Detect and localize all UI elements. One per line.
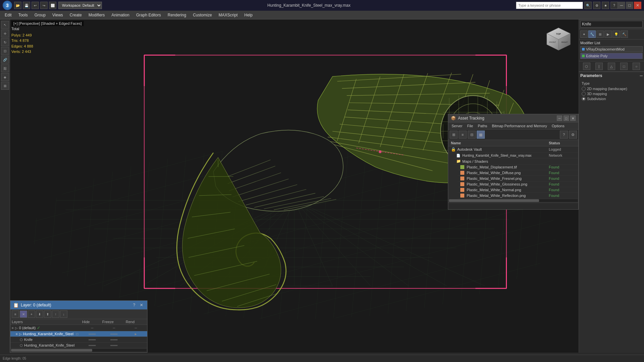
redo-button[interactable]: ↪ xyxy=(40,2,48,9)
move-tool[interactable]: ✛ xyxy=(1,29,9,38)
layer-row[interactable]: ⬡ Knife ═══ ═══ xyxy=(10,337,147,343)
menu-create[interactable]: Create xyxy=(66,12,85,18)
stats-panel: Total Polys: 2 449 Tris: 4 878 Edges: 4 … xyxy=(11,26,33,55)
create-panel-icon[interactable]: ✦ xyxy=(580,30,588,38)
modifier-vray[interactable]: VRayDisplacementMod xyxy=(580,46,643,52)
display-panel-icon[interactable]: 💡 xyxy=(612,30,620,38)
col-rend: Rend xyxy=(126,320,146,324)
layers-close-button[interactable]: ✕ xyxy=(138,302,144,308)
modify-panel-icon[interactable]: 🔧 xyxy=(588,30,596,38)
menu-animation[interactable]: Animation xyxy=(108,12,133,18)
layers-icon-list[interactable]: ≡ xyxy=(12,310,19,318)
layers-scrollbar[interactable] xyxy=(11,349,147,352)
asset-menu-bitmap[interactable]: Bitmap Performance and Memory xyxy=(490,123,549,129)
maximize-button[interactable]: □ xyxy=(626,2,633,9)
help-button[interactable]: ? xyxy=(610,2,618,9)
select-tool[interactable]: ↖ xyxy=(1,21,9,29)
link-tool[interactable]: 🔗 xyxy=(1,56,9,64)
params-collapse-icon[interactable]: ─ xyxy=(640,73,643,78)
search-button[interactable]: 🔍 xyxy=(584,2,592,9)
asset-menu-options[interactable]: Options xyxy=(550,123,567,129)
search-input[interactable] xyxy=(516,2,583,9)
motion-panel-icon[interactable]: ▶ xyxy=(604,30,612,38)
undo-button[interactable]: ↩ xyxy=(32,2,39,9)
save-button[interactable]: 💾 xyxy=(23,2,30,9)
hierarchy-tool[interactable]: ⊞ xyxy=(1,82,9,90)
menu-modifiers[interactable]: Modifiers xyxy=(85,12,108,18)
panel-icon-2[interactable]: | xyxy=(595,63,603,70)
layers-icon-up[interactable]: ⬆ xyxy=(44,310,51,318)
asset-row[interactable]: Plastic_Metal_White_Fresnel.png Found xyxy=(458,176,578,182)
asset-row[interactable]: Plastic_Metal_Displacement.tif Found xyxy=(458,164,578,170)
viewport-cube[interactable]: TOP FRONT RIGHT xyxy=(545,26,572,53)
bind-tool[interactable]: ◈ xyxy=(1,73,9,81)
hierarchy-panel-icon[interactable]: ⊞ xyxy=(596,30,604,38)
menu-rendering[interactable]: Rendering xyxy=(164,12,189,18)
asset-row[interactable]: Plastic_Metal_White_Reflection.png Found xyxy=(458,193,578,199)
asset-row[interactable]: 📁 Maps / Shaders xyxy=(454,158,578,164)
asset-toolbar-detail[interactable]: ▦ xyxy=(477,131,485,139)
radio-3d-dot xyxy=(582,92,586,96)
star-button[interactable]: ★ xyxy=(602,2,609,9)
unlink-tool[interactable]: ⛓ xyxy=(1,64,9,72)
menu-tools[interactable]: Tools xyxy=(15,12,31,18)
modifier-editable-poly[interactable]: Editable Poly xyxy=(580,53,643,59)
asset-row[interactable]: Plastic_Metal_White_Diffuse.png Found xyxy=(458,170,578,176)
layer-row[interactable]: ≡ ▷ 0 (default) ✓ ─ ─ ─ xyxy=(10,325,147,331)
layers-icon-add[interactable]: + xyxy=(28,310,35,318)
menu-help[interactable]: Help xyxy=(241,12,256,18)
layers-icon-split[interactable]: ↓ xyxy=(60,310,67,318)
layer-row[interactable]: ≡ ▷ Hunting_Karambit_Knife_Steel □ ═══ ═… xyxy=(10,331,147,337)
radio-3d-mapping[interactable]: 3D mapping xyxy=(582,92,641,96)
modifier-vray-label: VRayDisplacementMod xyxy=(586,47,625,51)
close-button[interactable]: ✕ xyxy=(634,2,641,9)
snap-button[interactable]: ⬜ xyxy=(49,2,56,9)
minimize-button[interactable]: ─ xyxy=(618,2,625,9)
layers-question-button[interactable]: ? xyxy=(131,302,137,308)
asset-menu-file[interactable]: File xyxy=(465,123,475,129)
asset-menu-server[interactable]: Server xyxy=(450,123,464,129)
asset-restore-button[interactable]: □ xyxy=(564,116,569,121)
menu-views[interactable]: Views xyxy=(49,12,66,18)
object-name-input[interactable]: Knife xyxy=(580,21,643,27)
asset-toolbar-list[interactable]: ≡ xyxy=(459,131,467,139)
asset-row[interactable]: Plastic_Metal_White_Normal.png Found xyxy=(458,187,578,193)
asset-menu-paths[interactable]: Paths xyxy=(476,123,489,129)
asset-row[interactable]: 📄 Hunting_Karambit_Knife_Steel_max_vray.… xyxy=(454,153,578,158)
menu-group[interactable]: Group xyxy=(31,12,49,18)
asset-toolbar-table[interactable]: ⊟ xyxy=(468,131,476,139)
asset-toolbar-help[interactable]: ? xyxy=(560,131,568,139)
layers-icon-down[interactable]: ⬇ xyxy=(36,310,43,318)
asset-minimize-button[interactable]: ─ xyxy=(557,116,562,121)
panel-icon-3[interactable]: △ xyxy=(608,63,615,70)
utilities-panel-icon[interactable]: 🔨 xyxy=(621,30,628,38)
settings-button[interactable]: ⚙ xyxy=(593,2,600,9)
search-area: 🔍 ⚙ ★ ? xyxy=(516,2,618,9)
asset-toolbar-settings[interactable]: ⚙ xyxy=(569,131,577,139)
layer-row[interactable]: ⬡ Hunting_Karambit_Knife_Steel ═══ ═══ xyxy=(10,343,147,348)
asset-statusbar xyxy=(448,203,578,209)
scale-tool[interactable]: ⊡ xyxy=(1,47,9,55)
rotate-tool[interactable]: ↻ xyxy=(1,38,9,46)
layer-name-default: ≡ ▷ 0 (default) ✓ xyxy=(12,325,82,330)
asset-row[interactable]: 🔒 Autodesk Vault Logged xyxy=(448,146,578,153)
asset-fres-status: Found xyxy=(549,176,576,180)
menu-customize[interactable]: Customize xyxy=(189,12,215,18)
radio-2d-mapping[interactable]: 2D mapping (landscape) xyxy=(582,87,641,91)
modifier-color-dot xyxy=(582,48,585,51)
menu-graph-editors[interactable]: Graph Editors xyxy=(133,12,164,18)
layers-icon-merge[interactable]: ↑ xyxy=(52,310,59,318)
radio-subdivision[interactable]: Subdivision xyxy=(582,97,641,101)
asset-close-button[interactable]: ✕ xyxy=(570,116,576,121)
panel-icon-5[interactable]: ○ xyxy=(633,63,640,70)
asset-toolbar-grid[interactable]: ⊞ xyxy=(450,131,458,139)
open-button[interactable]: 📂 xyxy=(14,2,21,9)
asset-scrollbar[interactable] xyxy=(449,199,578,202)
panel-icon-4[interactable]: □ xyxy=(620,63,628,70)
menu-maxscript[interactable]: MAXScript xyxy=(215,12,241,18)
layers-icon-close[interactable]: ✕ xyxy=(20,310,27,318)
menu-edit[interactable]: Edit xyxy=(1,12,15,18)
workspace-dropdown[interactable]: Workspace: Default xyxy=(58,2,102,9)
panel-icon-1[interactable]: ⬡ xyxy=(583,63,590,70)
asset-row[interactable]: Plastic_Metal_White_Glossiness.png Found xyxy=(458,182,578,187)
